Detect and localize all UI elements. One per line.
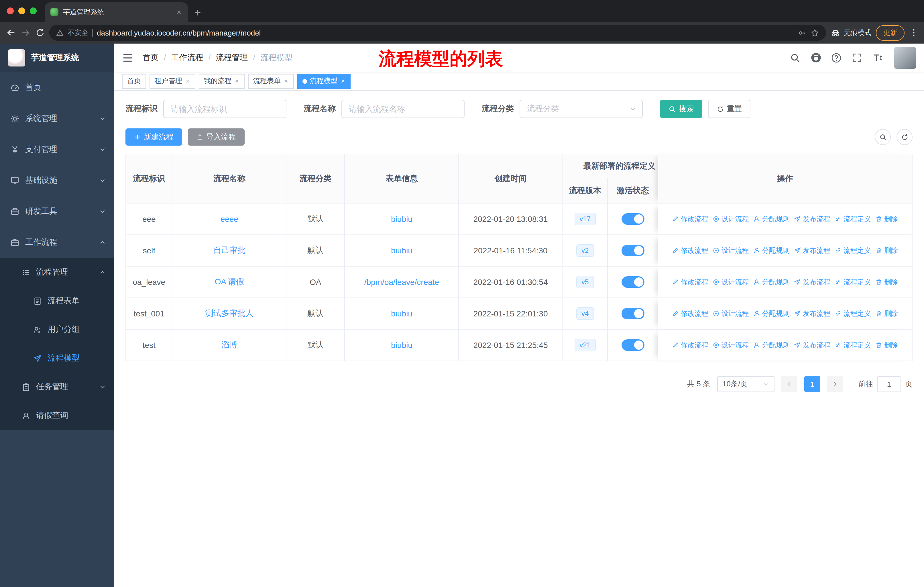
process-name-link[interactable]: 滔博 bbox=[221, 340, 238, 349]
tab-close-icon[interactable] bbox=[176, 9, 182, 15]
address-bar[interactable]: 不安全 dashboard.yudao.iocoder.cn/bpm/manag… bbox=[49, 25, 826, 41]
action-definition-link[interactable]: 流程定义 bbox=[835, 309, 871, 318]
action-definition-link[interactable]: 流程定义 bbox=[835, 214, 871, 224]
form-link[interactable]: biubiu bbox=[391, 309, 412, 318]
sidebar-item-process-management[interactable]: 流程管理 bbox=[0, 258, 114, 287]
form-link[interactable]: biubiu bbox=[391, 341, 412, 350]
version-badge[interactable]: v17 bbox=[574, 213, 596, 225]
version-badge[interactable]: v21 bbox=[574, 339, 596, 351]
window-close-button[interactable] bbox=[7, 7, 14, 14]
sidebar-item-process-form[interactable]: 流程表单 bbox=[0, 287, 114, 315]
sidebar-item-payment[interactable]: 支付管理 bbox=[0, 134, 114, 165]
action-design-link[interactable]: 设计流程 bbox=[713, 246, 749, 255]
sidebar-item-user-group[interactable]: 用户分组 bbox=[0, 315, 114, 344]
form-link[interactable]: biubiu bbox=[391, 214, 412, 223]
action-assign-link[interactable]: 分配规则 bbox=[754, 277, 790, 287]
form-link[interactable]: biubiu bbox=[391, 246, 412, 255]
action-design-link[interactable]: 设计流程 bbox=[713, 309, 749, 318]
sidebar-item-home[interactable]: 首页 bbox=[0, 72, 114, 103]
header-search-icon[interactable] bbox=[788, 50, 803, 65]
sidebar-item-devtools[interactable]: 研发工具 bbox=[0, 196, 114, 227]
toggle-search-button[interactable] bbox=[875, 129, 891, 145]
process-name-link[interactable]: eeee bbox=[221, 214, 238, 223]
breadcrumb-item[interactable]: 工作流程 bbox=[171, 53, 216, 63]
user-avatar[interactable] bbox=[894, 47, 916, 68]
process-category-select[interactable]: 流程分类 bbox=[520, 100, 643, 118]
sidebar-item-infrastructure[interactable]: 基础设施 bbox=[0, 165, 114, 196]
action-assign-link[interactable]: 分配规则 bbox=[754, 309, 790, 318]
page-number-button[interactable]: 1 bbox=[804, 376, 820, 392]
action-publish-link[interactable]: 发布流程 bbox=[794, 214, 830, 224]
not-secure-warning-icon[interactable] bbox=[56, 29, 64, 36]
action-edit-link[interactable]: 修改流程 bbox=[672, 277, 708, 287]
action-edit-link[interactable]: 修改流程 bbox=[672, 214, 708, 224]
active-status-toggle[interactable] bbox=[621, 213, 644, 225]
action-design-link[interactable]: 设计流程 bbox=[713, 340, 749, 350]
version-badge[interactable]: v2 bbox=[576, 244, 594, 257]
process-name-input[interactable] bbox=[342, 100, 465, 118]
sidebar-item-task-management[interactable]: 任务管理 bbox=[0, 373, 114, 401]
tag-close-icon[interactable] bbox=[234, 79, 239, 84]
version-badge[interactable]: v4 bbox=[576, 307, 594, 320]
action-publish-link[interactable]: 发布流程 bbox=[794, 277, 830, 287]
active-status-toggle[interactable] bbox=[621, 339, 644, 351]
process-key-input[interactable] bbox=[163, 100, 286, 118]
action-design-link[interactable]: 设计流程 bbox=[713, 277, 749, 287]
action-definition-link[interactable]: 流程定义 bbox=[835, 277, 871, 287]
active-status-toggle[interactable] bbox=[621, 276, 644, 288]
window-zoom-button[interactable] bbox=[30, 7, 37, 14]
page-size-select[interactable]: 10条/页 bbox=[717, 376, 774, 392]
goto-page-input[interactable] bbox=[877, 376, 901, 392]
active-status-toggle[interactable] bbox=[621, 308, 644, 319]
browser-update-button[interactable]: 更新 bbox=[876, 25, 904, 40]
import-process-button[interactable]: 导入流程 bbox=[188, 128, 244, 146]
action-definition-link[interactable]: 流程定义 bbox=[835, 246, 871, 255]
github-icon[interactable] bbox=[808, 50, 823, 65]
action-delete-link[interactable]: 删除 bbox=[876, 214, 898, 224]
refresh-table-button[interactable] bbox=[896, 129, 912, 145]
hamburger-icon[interactable] bbox=[122, 52, 134, 63]
tag-tenant[interactable]: 租户管理 bbox=[150, 74, 195, 89]
tag-my-process[interactable]: 我的流程 bbox=[199, 74, 244, 89]
prev-page-button[interactable] bbox=[781, 376, 797, 392]
help-icon[interactable] bbox=[829, 50, 844, 65]
action-delete-link[interactable]: 删除 bbox=[876, 309, 898, 318]
tag-process-form[interactable]: 流程表单 bbox=[248, 74, 294, 89]
action-assign-link[interactable]: 分配规则 bbox=[754, 246, 790, 255]
process-name-link[interactable]: OA 请假 bbox=[214, 277, 244, 286]
version-badge[interactable]: v5 bbox=[576, 276, 594, 288]
reset-button[interactable]: 重置 bbox=[708, 100, 751, 118]
window-minimize-button[interactable] bbox=[18, 7, 25, 14]
breadcrumb-item[interactable]: 首页 bbox=[143, 53, 171, 63]
action-edit-link[interactable]: 修改流程 bbox=[672, 340, 708, 350]
sidebar-item-process-model[interactable]: 流程模型 bbox=[0, 344, 114, 373]
sidebar-item-leave-query[interactable]: 请假查询 bbox=[0, 401, 114, 430]
tag-process-model[interactable]: 流程模型 bbox=[297, 74, 351, 89]
create-process-button[interactable]: 新建流程 bbox=[125, 128, 182, 146]
next-page-button[interactable] bbox=[827, 376, 843, 392]
sidebar-item-workflow[interactable]: 工作流程 bbox=[0, 227, 114, 258]
bookmark-star-icon[interactable] bbox=[810, 28, 819, 37]
action-assign-link[interactable]: 分配规则 bbox=[754, 340, 790, 350]
form-link[interactable]: /bpm/oa/leave/create bbox=[364, 278, 439, 287]
action-design-link[interactable]: 设计流程 bbox=[713, 214, 749, 224]
action-publish-link[interactable]: 发布流程 bbox=[794, 309, 830, 318]
action-delete-link[interactable]: 删除 bbox=[876, 246, 898, 255]
action-definition-link[interactable]: 流程定义 bbox=[835, 340, 871, 350]
process-name-link[interactable]: 测试多审批人 bbox=[205, 308, 254, 317]
tag-home[interactable]: 首页 bbox=[122, 74, 146, 89]
reload-icon[interactable] bbox=[36, 28, 45, 37]
action-edit-link[interactable]: 修改流程 bbox=[672, 246, 708, 255]
action-assign-link[interactable]: 分配规则 bbox=[754, 214, 790, 224]
font-size-icon[interactable] bbox=[870, 50, 885, 65]
breadcrumb-item[interactable]: 流程管理 bbox=[216, 53, 261, 63]
tag-close-icon[interactable] bbox=[340, 79, 345, 84]
browser-menu-icon[interactable] bbox=[909, 28, 918, 37]
browser-tab[interactable]: 芋道管理系统 bbox=[45, 2, 188, 22]
action-delete-link[interactable]: 删除 bbox=[876, 340, 898, 350]
tag-close-icon[interactable] bbox=[284, 79, 289, 84]
search-button[interactable]: 搜索 bbox=[660, 100, 702, 118]
process-name-link[interactable]: 自己审批 bbox=[213, 245, 246, 255]
forward-icon[interactable] bbox=[21, 28, 31, 38]
fullscreen-icon[interactable] bbox=[850, 50, 865, 65]
